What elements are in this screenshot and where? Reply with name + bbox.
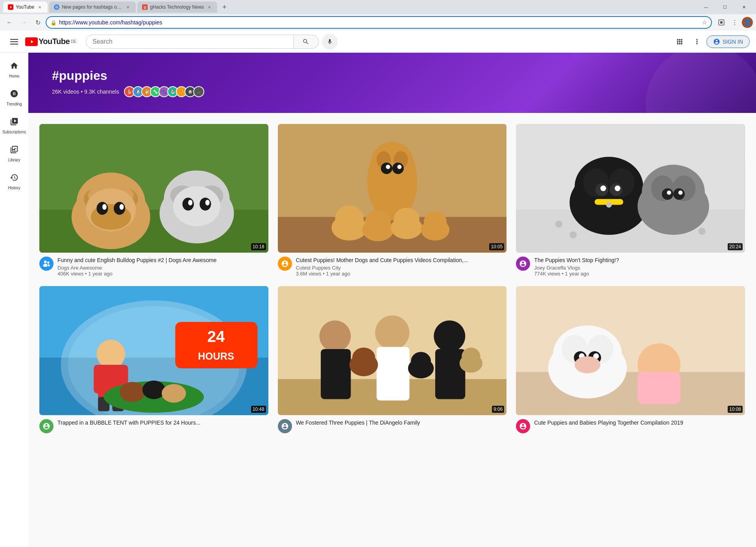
svg-rect-79 bbox=[94, 365, 104, 394]
video-duration-2: 10:05 bbox=[489, 243, 504, 250]
sign-in-button[interactable]: SIGN IN bbox=[706, 35, 750, 48]
browser-titlebar: YouTube ✕ G New pages for hashtags on Yo… bbox=[0, 0, 756, 14]
trending-icon bbox=[10, 89, 18, 100]
svg-point-116 bbox=[575, 357, 600, 374]
reload-button[interactable]: ↻ bbox=[31, 16, 44, 29]
thumb-content-5 bbox=[278, 286, 507, 415]
browser-profile-button[interactable]: 👤 bbox=[742, 17, 753, 28]
svg-rect-95 bbox=[377, 347, 410, 401]
search-container bbox=[86, 34, 338, 50]
history-icon bbox=[10, 173, 18, 184]
video-details-5: We Fostered Three Puppies | The DiAngelo… bbox=[296, 419, 507, 433]
svg-point-71 bbox=[667, 190, 671, 195]
video-title-1: Funny and cute English Bulldog Puppies #… bbox=[57, 257, 268, 264]
youtube-logo-text: YouTube bbox=[39, 37, 70, 46]
video-thumbnail-4: 24 HOURS 10:48 bbox=[39, 286, 268, 415]
video-meta-3: 774K views • 1 year ago bbox=[534, 271, 745, 277]
search-input[interactable] bbox=[92, 38, 287, 45]
svg-point-51 bbox=[555, 220, 562, 227]
bookmark-star-icon[interactable]: ☆ bbox=[702, 19, 707, 26]
address-bar[interactable] bbox=[59, 19, 700, 26]
thumb-content-4: 24 HOURS bbox=[39, 286, 268, 415]
tab-youtube[interactable]: YouTube ✕ bbox=[3, 2, 48, 13]
video-details-6: Cute Puppies and Babies Playing Together… bbox=[534, 419, 745, 433]
hashtag-stats: 26K videos • 9.3K channels 🐕 🐶 🐩 🦴 🐾 🐕 🦮… bbox=[52, 86, 732, 97]
thumb-content-2 bbox=[278, 124, 507, 253]
more-vert-icon[interactable] bbox=[689, 34, 705, 50]
tab-ghacks-new-close[interactable]: ✕ bbox=[125, 4, 131, 10]
video-thumbnail-2: 10:05 bbox=[278, 124, 507, 253]
video-card-2[interactable]: 10:05 Cutest Puppies! Mother Dogs and Cu… bbox=[273, 121, 512, 283]
forward-button[interactable]: → bbox=[17, 16, 30, 29]
youtube-logo[interactable]: YouTube DE bbox=[25, 37, 76, 46]
svg-marker-6 bbox=[31, 40, 33, 43]
video-meta-1: 406K views • 1 year ago bbox=[57, 271, 268, 277]
hashtag-title: #puppies bbox=[52, 68, 732, 83]
video-card-1[interactable]: 10:18 Funny and cute English Bulldog Pup… bbox=[35, 121, 273, 283]
browser-menu-icon[interactable]: ⋮ bbox=[728, 16, 741, 29]
sidebar-item-trending[interactable]: Trending bbox=[0, 84, 28, 112]
video-thumbnail-5: 9:06 bbox=[278, 286, 507, 415]
library-icon bbox=[10, 145, 18, 156]
close-button[interactable]: ✕ bbox=[735, 1, 753, 13]
channel-thumb-3 bbox=[516, 257, 530, 271]
svg-text:24: 24 bbox=[207, 328, 225, 345]
video-title-5: We Fostered Three Puppies | The DiAngelo… bbox=[296, 419, 507, 426]
svg-rect-31 bbox=[278, 217, 507, 253]
svg-point-43 bbox=[365, 210, 390, 233]
minimize-button[interactable]: — bbox=[697, 1, 715, 13]
svg-point-103 bbox=[462, 348, 480, 365]
video-duration-5: 9:06 bbox=[492, 406, 504, 413]
sidebar-item-subscriptions[interactable]: Subscriptions bbox=[0, 112, 28, 140]
svg-point-19 bbox=[102, 204, 107, 210]
new-tab-button[interactable]: + bbox=[219, 2, 230, 13]
apps-grid-icon[interactable] bbox=[672, 34, 688, 50]
sidebar-history-label: History bbox=[8, 186, 20, 190]
channel-thumb-2 bbox=[278, 257, 292, 271]
video-duration-4: 10:48 bbox=[251, 406, 266, 413]
sidebar-item-history[interactable]: History bbox=[0, 168, 28, 196]
channel-thumb-5 bbox=[278, 419, 292, 433]
video-grid: 10:18 Funny and cute English Bulldog Pup… bbox=[28, 113, 756, 447]
video-duration-6: 10:08 bbox=[728, 406, 743, 413]
sidebar-item-library[interactable]: Library bbox=[0, 140, 28, 168]
browser-extension-icon[interactable] bbox=[715, 16, 728, 29]
video-card-6[interactable]: 10:08 Cute Puppies and Babies Playing To… bbox=[511, 283, 750, 439]
video-thumbnail-3: 20:24 bbox=[516, 124, 745, 253]
sidebar-item-home[interactable]: Home bbox=[0, 56, 28, 84]
video-channel-1: Dogs Are Awesome bbox=[57, 265, 268, 271]
video-thumbnail-6: 10:08 bbox=[516, 286, 745, 415]
svg-point-17 bbox=[96, 202, 108, 215]
maximize-button[interactable]: ☐ bbox=[716, 1, 734, 13]
hashtag-banner: #puppies 26K videos • 9.3K channels 🐕 🐶 … bbox=[28, 53, 756, 113]
sidebar: Home Trending Subscriptions Library bbox=[0, 53, 28, 547]
svg-point-45 bbox=[394, 208, 419, 231]
tab-ghacks-close[interactable]: ✕ bbox=[206, 4, 213, 10]
svg-point-87 bbox=[120, 382, 145, 402]
menu-button[interactable] bbox=[6, 34, 22, 50]
svg-point-60 bbox=[606, 202, 612, 208]
header-right: SIGN IN bbox=[672, 34, 750, 50]
youtube-header: YouTube DE SIGN IN bbox=[0, 31, 756, 53]
toolbar-right: ⋮ 👤 bbox=[715, 16, 753, 29]
home-icon bbox=[10, 61, 18, 72]
svg-point-47 bbox=[423, 211, 446, 233]
svg-point-64 bbox=[615, 185, 621, 191]
video-card-5[interactable]: 9:06 We Fostered Three Puppies | The DiA… bbox=[273, 283, 512, 439]
video-card-4[interactable]: 24 HOURS 10:48 bbox=[35, 283, 273, 439]
svg-point-89 bbox=[162, 384, 186, 403]
tab-ghacks[interactable]: g gHacks Technology News ✕ bbox=[137, 2, 217, 13]
svg-rect-97 bbox=[435, 349, 465, 399]
video-details-1: Funny and cute English Bulldog Puppies #… bbox=[57, 257, 268, 277]
back-button[interactable]: ← bbox=[3, 16, 16, 29]
video-details-4: Trapped in a BUBBLE TENT with PUPPIES fo… bbox=[57, 419, 268, 433]
tab-youtube-close[interactable]: ✕ bbox=[37, 4, 43, 10]
microphone-button[interactable] bbox=[322, 34, 338, 50]
svg-point-88 bbox=[142, 381, 165, 399]
video-card-3[interactable]: 20:24 The Puppies Won't Stop Fighting!? … bbox=[511, 121, 750, 283]
sidebar-trending-label: Trending bbox=[6, 102, 22, 106]
svg-rect-93 bbox=[321, 349, 351, 399]
channel-thumb-4 bbox=[39, 419, 54, 433]
search-button[interactable] bbox=[294, 35, 319, 49]
tab-ghacks-new[interactable]: G New pages for hashtags on YouT... ✕ bbox=[49, 2, 136, 13]
